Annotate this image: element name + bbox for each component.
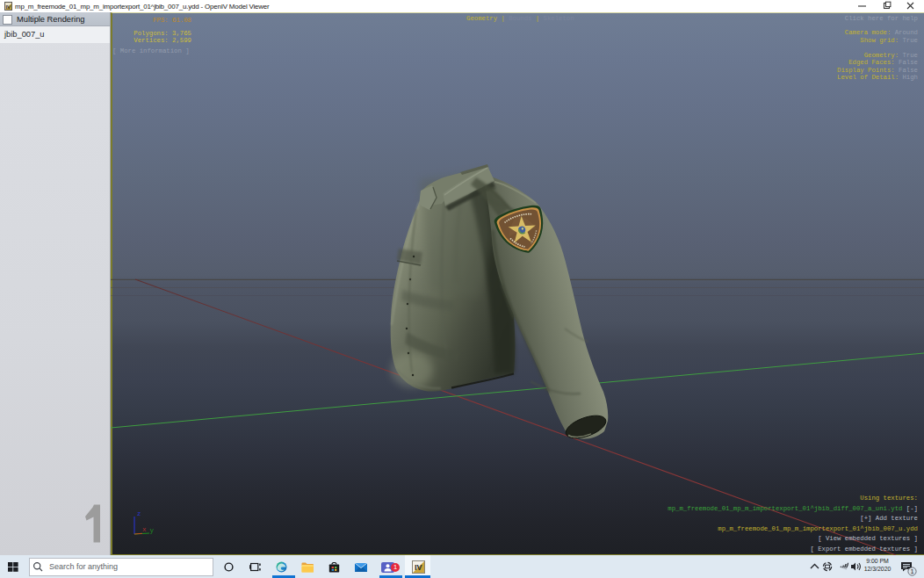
svg-text:z: z xyxy=(137,510,141,517)
svg-text:IV: IV xyxy=(5,4,11,10)
svg-text:x: x xyxy=(142,526,147,533)
svg-text:y: y xyxy=(150,527,155,534)
svg-text:1: 1 xyxy=(911,567,914,575)
svg-text:IV: IV xyxy=(415,563,422,572)
